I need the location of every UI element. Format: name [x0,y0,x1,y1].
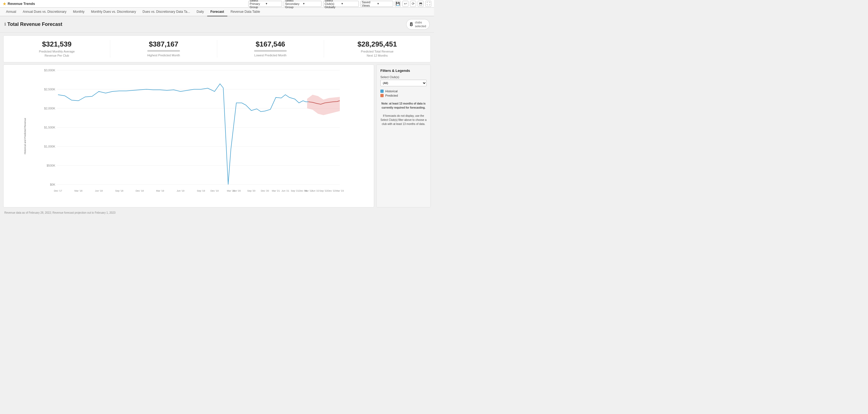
refresh-button[interactable]: ⟳ [410,1,416,7]
fullscreen-button[interactable]: ⛶ [425,1,431,7]
secondary-group-chevron: ▾ [303,2,320,5]
tab-bar: Annual Annual Dues vs. Discretionary Mon… [0,8,434,16]
tab-daily[interactable]: Daily [193,8,207,16]
sidebar-title: Filters & Legends [380,69,427,73]
club-select-label: Select Club(s) [380,75,427,79]
svg-text:Dec '17: Dec '17 [54,189,62,192]
svg-text:Mar '18: Mar '18 [74,189,83,192]
svg-text:Dec '18: Dec '18 [135,189,144,192]
chart-svg: $3,000K $2,500K $2,000K $1,500K $1,000K … [17,67,371,198]
svg-text:Mar '19: Mar '19 [156,189,164,192]
svg-text:Jun '19: Jun '19 [177,189,185,192]
svg-text:Jun '21: Jun '21 [282,189,289,192]
primary-group-label: Select Primary Group [250,0,265,9]
svg-text:Jun '22: Jun '22 [311,189,319,192]
save-button[interactable]: 💾 [395,1,401,7]
stat-predicted-total: $28,295,451 Predicted Total RevenueNext … [324,40,430,58]
svg-text:$3,000K: $3,000K [44,69,56,72]
svg-text:Dec '22: Dec '22 [328,189,336,192]
filters-legends-panel: Filters & Legends Select Club(s) (All) H… [376,65,431,208]
clubs-global-label: Select Club(s) Globally [324,0,341,9]
footer: Revenue data as of February 28, 2022; Re… [0,210,434,215]
clubs-global-chevron: ▾ [341,2,358,5]
tab-monthly[interactable]: Monthly [70,8,88,16]
stat-value-0: $321,539 [8,40,106,49]
app-title-text: Revenue Trends [8,2,35,6]
svg-text:$500K: $500K [46,164,55,167]
forecast-band [307,95,340,115]
saved-views-label: Saved Views [362,1,377,7]
stat-label-1: Highest Predicted Month [115,53,212,57]
stat-label-0: Predicted Monthly AverageRevenue Per Clu… [8,50,106,58]
svg-text:Sep '20: Sep '20 [247,189,255,192]
stat-bar-1 [147,50,180,52]
stat-highest-predicted: $387,167 Highest Predicted Month [110,40,217,58]
stat-value-2: $167,546 [222,40,319,49]
svg-text:$2,500K: $2,500K [44,88,56,91]
svg-text:Mar '21: Mar '21 [272,189,280,192]
top-bar-controls: Select Primary Group ▾ Select Secondary … [248,1,431,7]
clubs-label: clubsselected [415,21,426,28]
svg-text:Jun '18: Jun '18 [95,189,103,192]
svg-text:Dec '19: Dec '19 [211,189,219,192]
svg-text:Sep '18: Sep '18 [115,189,123,192]
stat-label-3: Predicted Total RevenueNext 12 Months [328,50,426,58]
page-title: ℹ Total Revenue Forecast [4,22,62,27]
star-icon: ★ [3,2,6,6]
clubs-badge: 8 clubsselected [406,19,430,30]
undo-button[interactable]: ↩ [402,1,408,7]
legend-box-blue [380,90,384,93]
page-title-text: Total Revenue Forecast [7,22,62,27]
chart-area: Historical and Predicted Revenue $3,000K… [3,65,374,208]
stat-label-2: Lowest Predicted Month [222,53,319,57]
svg-text:Dec '20: Dec '20 [261,189,269,192]
secondary-group-label: Select Secondary Group [285,0,302,9]
historical-line [58,84,308,185]
info-icon: ℹ [4,22,6,26]
primary-group-dropdown[interactable]: Select Primary Group ▾ [248,1,282,7]
tab-monthly-dues[interactable]: Monthly Dues vs. Discretionary [88,8,139,16]
stat-value-1: $387,167 [115,40,212,49]
y-axis-label: Historical and Predicted Revenue [24,118,26,154]
stat-predicted-monthly-avg: $321,539 Predicted Monthly AverageRevenu… [4,40,110,58]
svg-text:$1,000K: $1,000K [44,145,56,148]
svg-text:$2,000K: $2,000K [44,107,56,110]
tab-forecast[interactable]: Forecast [207,8,227,16]
export-button[interactable]: ⬒ [418,1,424,7]
stat-value-3: $28,295,451 [328,40,426,49]
svg-text:Mar '23: Mar '23 [336,189,344,192]
footer-text: Revenue data as of February 28, 2022; Re… [4,211,116,214]
clubs-global-dropdown[interactable]: Select Club(s) Globally ▾ [323,1,359,7]
clubs-count: 8 [410,21,413,28]
sidebar-note: Note: at least 13 months of data is curr… [380,101,427,126]
page-header: ℹ Total Revenue Forecast 8 clubsselected [0,16,434,33]
tab-annual-dues[interactable]: Annual Dues vs. Discretionary [19,8,70,16]
svg-text:Jun '20: Jun '20 [233,189,241,192]
saved-views-chevron: ▾ [377,2,392,5]
stats-row: $321,539 Predicted Monthly AverageRevenu… [3,35,431,63]
stat-bar-2 [254,50,287,52]
svg-text:Sep '22: Sep '22 [319,189,328,192]
svg-text:$1,500K: $1,500K [44,126,56,129]
app-title: ★ Revenue Trends [3,2,248,6]
legend-label-historical: Historical [385,90,398,93]
top-bar: ★ Revenue Trends Select Primary Group ▾ … [0,0,434,8]
svg-text:Sep '21: Sep '21 [291,189,299,192]
legend-historical: Historical [380,90,427,93]
primary-group-chevron: ▾ [266,2,281,5]
saved-views-dropdown[interactable]: Saved Views ▾ [361,1,393,7]
legend-label-predicted: Predicted [385,94,398,97]
stat-lowest-predicted: $167,546 Lowest Predicted Month [217,40,324,58]
tab-annual[interactable]: Annual [3,8,19,16]
svg-text:Sep '19: Sep '19 [197,189,205,192]
legend-box-orange [380,94,384,97]
legend-predicted: Predicted [380,94,427,97]
tab-revenue-table[interactable]: Revenue Data Table [227,8,264,16]
tab-dues-data[interactable]: Dues vs. Discretionary Data Ta... [140,8,194,16]
main-content: Historical and Predicted Revenue $3,000K… [3,62,431,208]
svg-text:$0K: $0K [50,183,55,186]
secondary-group-dropdown[interactable]: Select Secondary Group ▾ [284,1,321,7]
club-select[interactable]: (All) [380,80,427,86]
